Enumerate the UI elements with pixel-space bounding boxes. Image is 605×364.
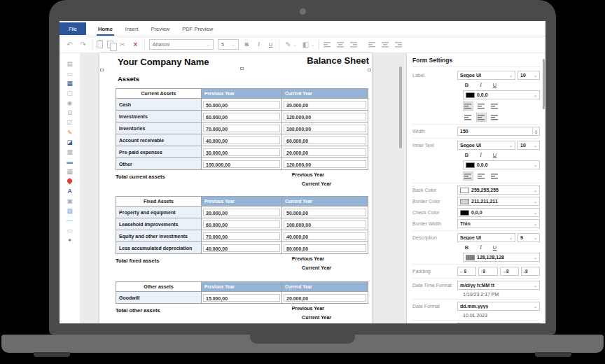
padding-top-input[interactable]: ↑8 [478, 267, 497, 276]
cell-input[interactable]: 20.000,00 [284, 148, 366, 156]
inner-text-align-center-button[interactable] [476, 172, 487, 181]
label-italic-button[interactable]: I [477, 82, 485, 88]
design-canvas[interactable]: Your Company Name Balance Sheet Assets C… [81, 53, 406, 323]
cell-input[interactable]: 20.000,00 [284, 294, 366, 302]
checkbox-tool-icon[interactable]: ☑ [65, 118, 75, 127]
line-tool-icon[interactable]: — [65, 216, 75, 225]
spinner-buttons[interactable]: ▴▾ [532, 127, 539, 135]
cell-input[interactable]: 30.000,00 [284, 101, 366, 108]
description-underline-button[interactable]: U [491, 244, 499, 251]
description-bold-button[interactable]: B [463, 244, 471, 251]
width-input[interactable]: 150 ▴▾ [457, 127, 540, 136]
signature-tool-icon[interactable]: ✎ [65, 127, 75, 136]
cell-input[interactable]: 40.000,00 [203, 136, 280, 144]
panel-tool-icon[interactable]: ▢ [65, 88, 75, 97]
description-italic-button[interactable]: I [477, 244, 485, 251]
combo-box-tool-icon[interactable]: ⊟ [65, 108, 75, 117]
check-color-select[interactable]: 0,0,0⌄ [457, 208, 540, 217]
description-size-select[interactable]: 9⌄ [517, 233, 540, 242]
cell-input[interactable]: 120.000,00 [284, 113, 366, 120]
tools-tool-icon[interactable]: ✦ [65, 235, 75, 244]
text-tool-icon[interactable]: A [65, 186, 75, 195]
border-color-select[interactable]: 211,211,211⌄ [457, 197, 540, 206]
padding-right-input[interactable]: →8 [500, 267, 519, 276]
date-format-select[interactable]: dd.mm.yyyy⌄ [457, 302, 540, 311]
align-center-icon[interactable] [336, 41, 345, 48]
cell-input[interactable]: 30.000,00 [203, 148, 280, 156]
cell-input[interactable]: 100.000,00 [203, 160, 280, 168]
cell-input[interactable]: 15.000,00 [203, 294, 280, 302]
cell-input[interactable]: 70.000,00 [203, 125, 280, 132]
file-button[interactable]: File [60, 22, 86, 35]
cell-input[interactable]: 120.000,00 [284, 160, 366, 168]
redo-icon[interactable]: ↷ [78, 41, 88, 48]
label-valign-top-button[interactable] [463, 113, 473, 122]
back-color-select[interactable]: 255,255,255⌄ [457, 186, 540, 195]
paste-icon[interactable] [97, 41, 103, 48]
padding-left-input[interactable]: ←8 [457, 267, 476, 276]
valign-middle-icon[interactable] [381, 41, 389, 48]
label-color-select[interactable]: 0,0,0⌄ [463, 90, 540, 99]
label-valign-bottom-button[interactable] [489, 113, 500, 122]
label-font-select[interactable]: Segoe UI⌄ [457, 71, 515, 80]
cell-input[interactable]: 50.000,00 [203, 101, 280, 108]
align-left-icon[interactable] [324, 41, 332, 48]
cut-icon[interactable]: ✂ [118, 41, 127, 48]
inner-text-align-left-button[interactable] [463, 172, 473, 181]
picture-tool-icon[interactable]: ▨ [65, 206, 75, 215]
tab-pdf-preview[interactable]: PDF Preview [176, 23, 219, 36]
rectangle-tool-icon[interactable]: ▭ [65, 225, 75, 234]
location-tool-icon[interactable] [65, 176, 75, 186]
label-align-justify-button[interactable] [489, 102, 500, 111]
text-field-tool-icon[interactable]: ▭ [65, 69, 75, 78]
image-tool-icon[interactable]: ▣ [65, 196, 75, 205]
radio-button-tool-icon[interactable]: ◉ [65, 98, 75, 107]
button-tool-icon[interactable]: ▬ [65, 157, 75, 166]
cell-input[interactable]: 40.000,00 [203, 244, 280, 252]
padding-bottom-input[interactable]: ↓8 [521, 267, 540, 276]
cell-input[interactable]: 100.000,00 [284, 125, 366, 132]
border-width-select[interactable]: Thin⌄ [457, 219, 540, 228]
label-underline-button[interactable]: U [491, 82, 499, 88]
description-font-select[interactable]: Segoe UI⌄ [457, 233, 515, 242]
align-right-icon[interactable] [349, 41, 357, 48]
rich-text-tool-icon[interactable]: ▦ [65, 78, 75, 88]
label-align-right-button[interactable] [476, 102, 487, 111]
undo-icon[interactable]: ↶ [65, 41, 74, 48]
inner-text-italic-button[interactable]: I [477, 152, 485, 158]
label-align-left-button[interactable] [463, 102, 473, 111]
valign-top-icon[interactable] [368, 41, 377, 48]
inner-text-color-select[interactable]: 0,0,0⌄ [463, 160, 540, 169]
inner-text-underline-button[interactable]: U [491, 152, 499, 158]
barcode-tool-icon[interactable]: ▥ [65, 167, 75, 176]
font-size-select[interactable]: 5 ⌄ [218, 39, 239, 50]
stamp-tool-icon[interactable]: ◪ [65, 137, 75, 146]
cell-input[interactable]: 80.000,00 [284, 244, 366, 252]
bold-button[interactable]: B [243, 41, 251, 48]
cell-input[interactable]: 60.000,00 [284, 136, 366, 144]
cell-input[interactable]: 30.000,00 [203, 209, 280, 216]
inner-text-align-right-button[interactable] [489, 172, 500, 181]
inner-text-bold-button[interactable]: B [463, 152, 471, 158]
delete-icon[interactable]: × [131, 41, 140, 48]
label-font-size-select[interactable]: 10⌄ [517, 71, 540, 80]
table-tool-icon[interactable]: ▦ [65, 147, 75, 156]
panel-scrollbar[interactable] [543, 59, 545, 109]
fill-color-button[interactable]: ◧ ⌄ [301, 41, 314, 48]
font-family-select[interactable]: Aharoni ⌄ [149, 39, 214, 50]
cell-input[interactable]: 100.000,00 [284, 220, 366, 228]
font-color-button[interactable]: ✎ ⌄ [284, 41, 297, 48]
resize-handle[interactable] [240, 67, 244, 70]
tab-home[interactable]: Home [92, 23, 119, 36]
inner-text-size-select[interactable]: 10⌄ [517, 141, 540, 150]
cell-input[interactable]: 60.000,00 [203, 113, 280, 120]
label-bold-button[interactable]: B [463, 82, 471, 88]
italic-button[interactable]: I [255, 41, 263, 48]
underline-button[interactable]: U [267, 41, 274, 48]
resize-handle[interactable] [100, 69, 104, 71]
datetime-format-select[interactable]: m/d/yy h:MM tt⌄ [457, 281, 540, 290]
resize-handle[interactable] [368, 69, 371, 71]
label-tool-icon[interactable]: ▤ [65, 59, 75, 68]
cell-input[interactable]: 50.000,00 [284, 209, 366, 216]
tab-preview[interactable]: Preview [145, 23, 176, 36]
